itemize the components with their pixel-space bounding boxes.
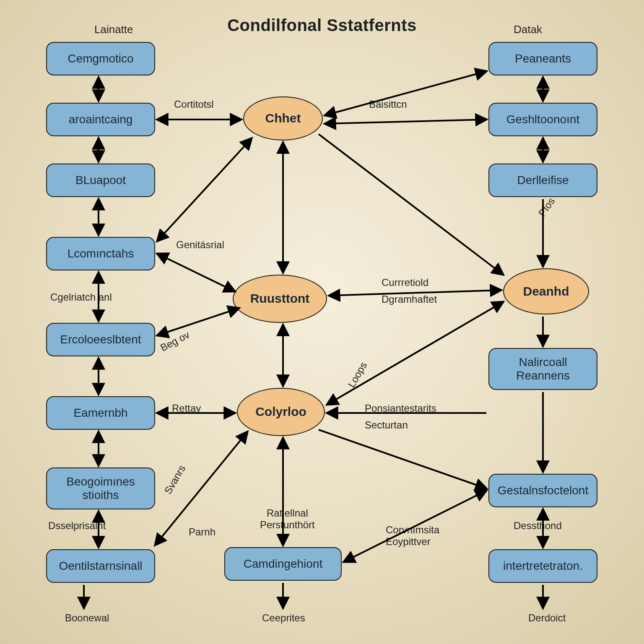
- edge-label: Dgramhaftet: [382, 293, 437, 305]
- edge-label: Svanrs: [162, 463, 188, 496]
- svg-line-23: [157, 308, 239, 335]
- edge-label: Dsselprisalnt: [48, 520, 106, 532]
- svg-line-27: [327, 302, 503, 405]
- edge-label: Ratiellnal Perstunthört: [260, 507, 315, 531]
- edge-label: Secturtan: [365, 419, 408, 431]
- left-node-6: Beogoimınes stioiths: [46, 467, 155, 509]
- edge-label: Dessthond: [514, 520, 562, 532]
- edge-label: Cortitotsl: [174, 99, 214, 110]
- left-node-1: aroaintcaing: [46, 103, 155, 136]
- left-node-2: BLuapoot: [46, 164, 155, 197]
- edge-label: Corvnımsita Eoypittver: [386, 524, 439, 548]
- left-node-0: Cemgmotico: [46, 42, 155, 75]
- left-node-5: Eamernbh: [46, 396, 155, 430]
- edge-label: Currretiold: [382, 277, 428, 288]
- edge-label: Cgelriatch anl: [50, 291, 112, 303]
- edge-label: Beg ov: [158, 329, 192, 354]
- left-node-7: Oentilstarnsinall: [46, 549, 155, 583]
- right-node-2: Derlleifise: [488, 164, 597, 197]
- edge-label: Baisittcn: [369, 99, 407, 110]
- bottom-node-camd: Camdingehiont: [224, 547, 342, 581]
- right-node-1: Geshltoonoınt: [488, 103, 597, 136]
- edge-label: Ponsiantestarits: [365, 402, 436, 414]
- right-node-0: Peaneants: [488, 42, 597, 75]
- svg-line-31: [319, 430, 486, 488]
- ellipse-deanhd: Deanhd: [503, 268, 589, 314]
- edge-label: Derdoict: [528, 612, 566, 624]
- right-node-4: Gestalnsfoctelont: [488, 474, 597, 507]
- ellipse-rustont: Ruusttont: [233, 275, 327, 323]
- svg-line-22: [157, 254, 235, 291]
- edge-label: Boonewal: [65, 612, 109, 624]
- left-node-4: Ercoloeeslbtent: [46, 323, 155, 356]
- edge-label: Parnh: [189, 526, 216, 538]
- right-node-5: intertretetraton.: [488, 549, 597, 583]
- ellipse-coyrloo: Colyrloo: [237, 388, 325, 436]
- right-node-3: Nalircoall Reannens: [488, 348, 597, 390]
- left-node-3: Lcomınctahs: [46, 237, 155, 270]
- svg-line-19: [157, 138, 252, 241]
- edge-label: Pfos: [536, 195, 557, 218]
- diagram-canvas: Condilfonal Sstatfernts Lainatte Datak C…: [0, 0, 644, 644]
- column-header-left: Lainatte: [94, 23, 133, 36]
- ellipse-chet: Chhet: [243, 96, 323, 140]
- column-header-right: Datak: [514, 23, 542, 36]
- edge-label: Genitásrial: [176, 239, 224, 251]
- svg-line-21: [319, 134, 503, 275]
- edge-label: Rettay: [172, 402, 201, 414]
- edge-label: Loops: [345, 360, 369, 390]
- svg-line-18: [325, 119, 486, 124]
- edge-label: Ceeprites: [262, 612, 305, 624]
